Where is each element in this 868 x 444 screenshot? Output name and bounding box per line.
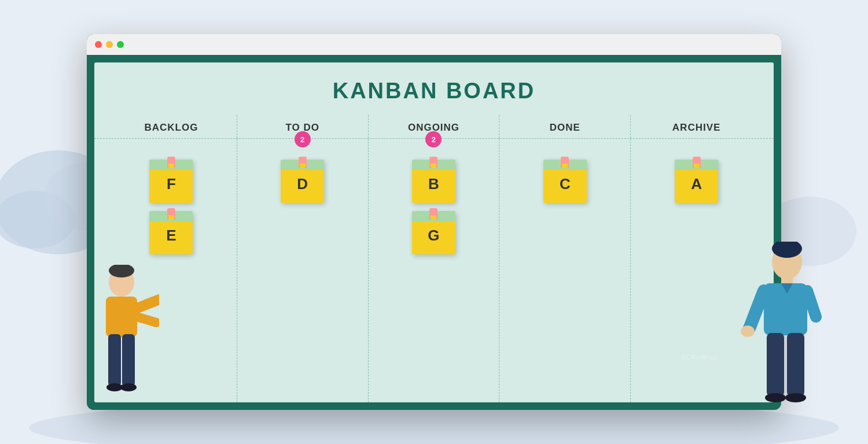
sticky-note-C[interactable]: C [543,160,587,203]
col-body-todo: D [237,139,369,402]
browser-titlebar [87,34,781,55]
browser-dot-yellow[interactable] [106,41,113,48]
svg-marker-25 [781,283,793,294]
clip-icon [299,157,307,168]
clip-icon [167,157,175,168]
col-header-archive: ARCHIVE [631,115,762,138]
clip-icon [167,208,175,220]
svg-point-24 [785,393,806,402]
col-body-archive: A [631,139,762,402]
sticky-note-A[interactable]: A [675,160,718,203]
col-header-backlog: BACKLOG [106,115,237,138]
ongoing-badge: 2 [425,131,442,147]
svg-rect-22 [787,333,804,397]
clip-icon [429,208,437,220]
col-label-done: DONE [550,122,580,133]
sticky-note-F[interactable]: F [149,160,193,203]
svg-line-20 [807,291,816,317]
svg-rect-16 [781,276,793,285]
col-body-ongoing: B G [369,139,500,402]
clip-icon [429,157,437,168]
browser-dot-green[interactable] [117,41,124,48]
kanban-board: KANBAN BOARD BACKLOG TO DO 2 ONGOING 2 D… [93,61,775,404]
columns-body: F E D B [94,139,774,402]
todo-badge: 2 [295,131,311,147]
col-label-backlog: BACKLOG [144,122,198,133]
browser-window: KANBAN BOARD BACKLOG TO DO 2 ONGOING 2 D… [87,34,781,410]
sticky-note-G[interactable]: G [412,211,455,254]
clip-icon [693,157,701,168]
sticky-note-D[interactable]: D [281,160,324,203]
col-label-archive: ARCHIVE [672,122,721,133]
watermark: SCRUM.as [681,354,718,361]
col-body-done: C [499,139,631,402]
svg-point-2 [0,191,75,249]
col-header-ongoing: ONGOING 2 [369,115,500,138]
clip-icon [561,157,569,168]
browser-dot-red[interactable] [95,41,102,48]
sticky-note-E[interactable]: E [149,211,193,254]
sticky-note-B[interactable]: B [412,160,455,203]
columns-header: BACKLOG TO DO 2 ONGOING 2 DONE ARCHIVE [94,115,774,139]
col-header-done: DONE [499,115,631,138]
col-body-backlog: F E [106,139,237,402]
col-header-todo: TO DO 2 [237,115,369,138]
board-title: KANBAN BOARD [94,62,774,115]
